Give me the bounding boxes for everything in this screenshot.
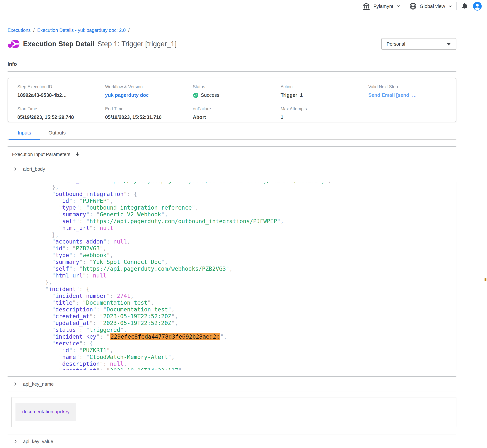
api-key-name-chip: documentation api key [16, 403, 76, 421]
info-card: Step Execution ID18992a43-9538-4b2…Workf… [8, 78, 456, 122]
scope-select[interactable]: Personal [381, 38, 456, 50]
section-api-key-value[interactable]: api_key_value [8, 434, 456, 448]
org-name: Fylamynt [373, 3, 393, 9]
section-label: api_key_value [23, 439, 53, 444]
field-label: Valid Next Step [368, 84, 456, 89]
code-line: "created_at": "2023-05-19T22:52:20Z", [32, 313, 456, 320]
field-value: Abort [193, 114, 281, 120]
bell-icon[interactable] [461, 2, 469, 10]
divider [8, 391, 456, 392]
divider [8, 71, 456, 72]
code-line: "updated_at": "2023-05-19T22:52:20Z", [32, 320, 456, 327]
status-text: Success [201, 92, 219, 98]
field-label: onFailure [193, 106, 281, 112]
info-field [368, 106, 456, 122]
topbar-separator [456, 2, 457, 10]
field-value: 18992a43-9538-4b2… [17, 92, 105, 98]
code-line: "incident_number": 2741, [32, 293, 456, 299]
page-header: Execution Step Detail Step 1: Trigger [t… [8, 38, 456, 50]
field-label: Start Time [17, 106, 105, 112]
code-line: "summary": "Generic V2 Webhook", [32, 211, 456, 218]
section-label: api_key_name [23, 381, 54, 387]
scrollbar-highlight-marker [485, 278, 487, 281]
code-viewer[interactable]: "html_url": "https://fylamynt.pagerduty.… [18, 182, 456, 370]
org-switcher[interactable]: Fylamynt [362, 2, 401, 11]
tab-inputs[interactable]: Inputs [9, 130, 40, 140]
code-line: "html_url": null [32, 225, 456, 232]
workflow-logo-icon [8, 38, 20, 50]
chevron-down-icon [448, 4, 453, 9]
info-heading: Info [8, 61, 456, 67]
highlighted-text: 229efec8feda44778d3fe692b28aed2b [110, 333, 220, 340]
field-value: Success [193, 92, 281, 98]
page-subtitle: Step 1: Trigger [trigger_1] [97, 40, 177, 48]
code-line: "description": "Documentation test", [32, 306, 456, 313]
field-value: 1 [281, 114, 368, 120]
field-label: Workflow & Version [105, 84, 193, 89]
execution-input-parameters-label: Execution Input Parameters [12, 152, 70, 157]
breadcrumb-separator: / [33, 28, 34, 33]
main-content: Executions / Execution Details - yuk pag… [8, 28, 456, 448]
code-line: "outbound_integration": { [32, 191, 456, 198]
info-field: Step Execution ID18992a43-9538-4b2… [17, 84, 105, 100]
code-line: "summary": "Yuk Spot Connect Doc", [32, 259, 456, 265]
code-line: }, [32, 184, 456, 191]
breadcrumb: Executions / Execution Details - yuk pag… [8, 28, 456, 33]
info-field: End Time05/19/2023, 15:52:31.710 [105, 106, 193, 122]
code-line: "id": "PZB2VG3", [32, 245, 456, 252]
info-field: Valid Next StepSend Email [send_… [368, 84, 456, 100]
field-value[interactable]: Send Email [send_… [368, 92, 456, 98]
tab-outputs[interactable]: Outputs [40, 130, 74, 140]
tab-bar: Inputs Outputs [8, 130, 456, 140]
code-line: "id": "PJFWPEP", [32, 198, 456, 204]
code-line: "incident": { [32, 286, 456, 293]
field-label: Action [281, 84, 368, 89]
info-field: Max Attempts1 [281, 106, 368, 122]
code-line: "name": "CloudWatch-Memory-Alert", [32, 354, 456, 360]
chevron-right-icon [13, 439, 18, 444]
code-line: "html_url": null [32, 272, 456, 279]
info-field: Workflow & Versionyuk pagerduty doc [105, 84, 193, 100]
code-line: }, [32, 232, 456, 238]
chevron-down-icon [396, 4, 401, 9]
topbar-separator [405, 2, 405, 10]
code-line: "type": "webhook", [32, 252, 456, 259]
code-line: "type": "outbound_integration_reference"… [32, 204, 456, 211]
field-value: 05/19/2023, 15:52:31.710 [105, 114, 193, 120]
code-line: "self": "https://api.pagerduty.com/webho… [32, 265, 456, 272]
field-label: Status [193, 84, 281, 89]
breadcrumb-link-execution-details[interactable]: Execution Details - yuk pagerduty doc: 2… [37, 28, 126, 33]
info-field: onFailureAbort [193, 106, 281, 122]
code-line: "service": { [32, 340, 456, 347]
field-label: End Time [105, 106, 193, 112]
field-value[interactable]: yuk pagerduty doc [105, 92, 193, 98]
chevron-right-icon [13, 166, 18, 172]
breadcrumb-link-executions[interactable]: Executions [8, 28, 31, 33]
topbar: Fylamynt Global view [0, 0, 487, 12]
scope-select-value: Personal [387, 41, 405, 47]
bank-icon [362, 2, 371, 11]
select-caret-icon [446, 43, 451, 46]
code-line: "html_url": "https://fylamynt.pagerduty.… [32, 182, 456, 184]
download-arrow-icon[interactable] [75, 152, 80, 157]
info-field: Start Time05/19/2023, 15:52:29.748 [17, 106, 105, 122]
divider [8, 53, 456, 53]
json-payload: "html_url": "https://fylamynt.pagerduty.… [18, 182, 456, 370]
info-field: StatusSuccess [193, 84, 281, 100]
code-line: "self": "https://api.pagerduty.com/outbo… [32, 218, 456, 225]
field-label: Step Execution ID [17, 84, 105, 89]
section-alert-body[interactable]: alert_body [8, 162, 456, 176]
info-field: ActionTrigger_1 [281, 84, 368, 100]
section-label: alert_body [23, 166, 45, 172]
code-line: "description": null, [32, 360, 456, 367]
field-value: Trigger_1 [281, 92, 368, 98]
success-icon [193, 92, 199, 98]
field-value: 05/19/2023, 15:52:29.748 [17, 114, 105, 120]
section-api-key-name[interactable]: api_key_name [8, 377, 456, 391]
code-line: "title": "Documentation test", [32, 299, 456, 306]
breadcrumb-separator: / [128, 28, 130, 33]
view-name: Global view [420, 3, 445, 9]
code-line: "created_at": "2021-10-06T14:23:11Z", [32, 367, 456, 370]
view-switcher[interactable]: Global view [409, 2, 453, 10]
avatar[interactable] [473, 1, 482, 11]
